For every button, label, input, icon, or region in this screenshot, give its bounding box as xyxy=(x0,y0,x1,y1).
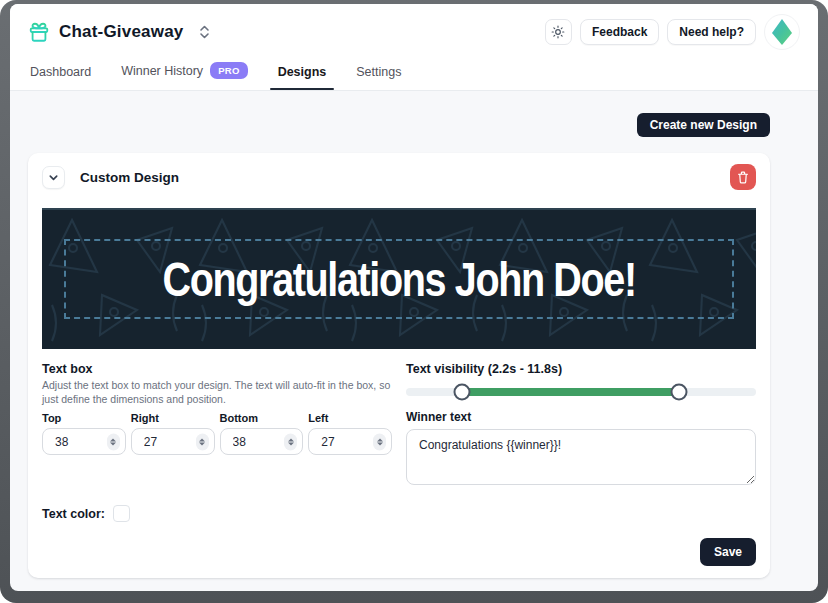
tab-label: Settings xyxy=(356,65,401,79)
avatar[interactable] xyxy=(764,14,800,50)
sun-icon xyxy=(551,25,565,39)
page-title: Chat-Giveaway xyxy=(59,22,183,42)
text-box-description: Adjust the text box to match your design… xyxy=(42,378,392,406)
slider-handle-end[interactable] xyxy=(671,384,688,401)
preview-text-box[interactable]: Congratulations John Doe! xyxy=(64,239,734,319)
create-new-design-button[interactable]: Create new Design xyxy=(637,113,770,137)
delete-design-button[interactable] xyxy=(730,164,756,190)
custom-design-card: Custom Design xyxy=(28,153,770,578)
slider-handle-start[interactable] xyxy=(454,384,471,401)
tab-winner-history[interactable]: Winner History PRO xyxy=(121,62,247,90)
left-field-label: Left xyxy=(308,412,392,424)
stepper-icon[interactable] xyxy=(284,433,297,450)
trash-icon xyxy=(737,171,749,184)
chevron-down-icon xyxy=(48,172,59,183)
pro-badge: PRO xyxy=(210,62,248,79)
text-box-settings: Text box Adjust the text box to match yo… xyxy=(42,362,392,489)
winner-text-input[interactable]: Congratulations {{winner}}! xyxy=(406,429,756,485)
top-field-label: Top xyxy=(42,412,126,424)
design-title: Custom Design xyxy=(80,170,179,185)
design-preview: Congratulations John Doe! xyxy=(42,208,756,349)
slider-fill xyxy=(462,388,679,396)
app-header: Chat-Giveaway xyxy=(10,4,818,91)
app-brand[interactable]: Chat-Giveaway xyxy=(28,21,211,43)
stepper-icon[interactable] xyxy=(107,433,120,450)
feedback-button[interactable]: Feedback xyxy=(580,19,659,45)
collapse-design-button[interactable] xyxy=(42,166,65,189)
need-help-button[interactable]: Need help? xyxy=(667,19,756,45)
main-content: Create new Design Custom Design xyxy=(10,91,818,591)
window-frame: Chat-Giveaway xyxy=(0,0,828,603)
stepper-icon[interactable] xyxy=(373,433,386,450)
preview-winner-text: Congratulations John Doe! xyxy=(162,252,635,307)
gift-icon xyxy=(28,21,50,43)
tab-designs[interactable]: Designs xyxy=(278,65,327,90)
winner-text-label: Winner text xyxy=(406,410,756,424)
tab-label: Designs xyxy=(278,65,327,79)
text-visibility-label: Text visibility (2.2s - 11.8s) xyxy=(406,362,756,376)
tab-label: Dashboard xyxy=(30,65,91,79)
visibility-settings: Text visibility (2.2s - 11.8s) Winner te… xyxy=(406,362,756,489)
text-color-picker[interactable] xyxy=(113,505,130,522)
theme-toggle-button[interactable] xyxy=(545,19,572,45)
text-color-label: Text color: xyxy=(42,507,105,521)
app-window: Chat-Giveaway xyxy=(10,4,818,591)
text-box-heading: Text box xyxy=(42,362,392,376)
visibility-range-slider[interactable] xyxy=(406,388,756,396)
project-selector-icon[interactable] xyxy=(198,24,211,40)
bottom-field-label: Bottom xyxy=(220,412,304,424)
right-field-label: Right xyxy=(131,412,215,424)
gem-icon xyxy=(769,18,795,46)
tab-dashboard[interactable]: Dashboard xyxy=(30,65,91,90)
save-button[interactable]: Save xyxy=(700,538,756,566)
tab-settings[interactable]: Settings xyxy=(356,65,401,90)
tab-label: Winner History xyxy=(121,64,203,78)
stepper-icon[interactable] xyxy=(196,433,209,450)
tab-bar: Dashboard Winner History PRO Designs Set… xyxy=(28,62,800,90)
